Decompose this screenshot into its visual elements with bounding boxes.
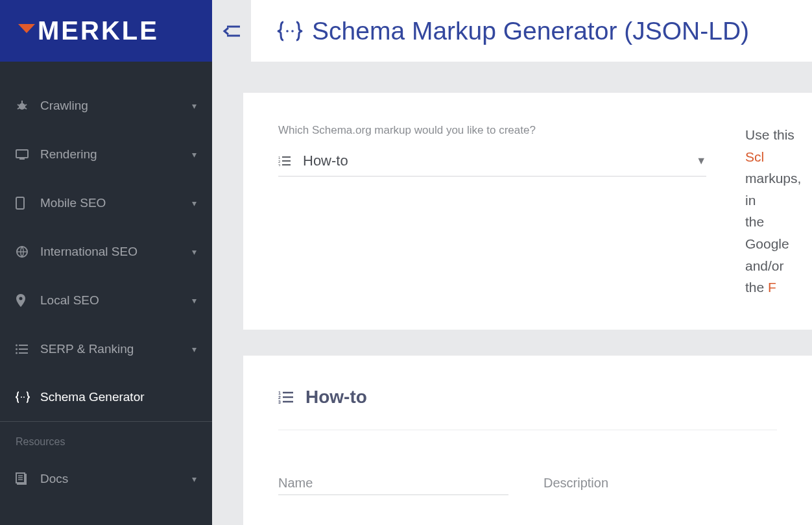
braces-icon xyxy=(16,391,40,403)
form-title: 123 How-to xyxy=(278,387,777,430)
svg-line-7 xyxy=(25,108,27,109)
logo-accent-icon xyxy=(18,24,35,38)
sidebar-item-crawling[interactable]: Crawling ▾ xyxy=(0,81,212,130)
sidebar-nav: Crawling ▾ Rendering ▾ Mobile SEO ▾ Inte… xyxy=(0,62,212,503)
chevron-down-icon: ▾ xyxy=(192,295,197,306)
logo-bar: MERKLE xyxy=(0,0,212,62)
docs-icon xyxy=(16,472,40,485)
svg-text:2: 2 xyxy=(278,395,281,400)
schema-question-label: Which Schema.org markup would you like t… xyxy=(278,124,706,137)
schema-selector-card: Which Schema.org markup would you like t… xyxy=(243,93,812,330)
svg-point-17 xyxy=(16,348,18,350)
sidebar-item-label: Crawling xyxy=(40,99,192,113)
svg-rect-8 xyxy=(16,150,28,158)
sidebar-item-label: International SEO xyxy=(40,245,192,259)
chevron-down-icon: ▾ xyxy=(192,344,197,354)
svg-rect-10 xyxy=(16,197,24,209)
globe-icon xyxy=(16,245,40,258)
page-title: Schema Markup Generator (JSON-LD) xyxy=(277,17,749,45)
chevron-down-icon: ▾ xyxy=(192,247,197,257)
svg-point-29 xyxy=(291,30,294,32)
chevron-down-icon: ▾ xyxy=(192,474,197,484)
sidebar-item-international-seo[interactable]: International SEO ▾ xyxy=(0,227,212,276)
description-field[interactable]: Description xyxy=(543,476,777,495)
sidebar-item-label: Local SEO xyxy=(40,293,192,308)
chevron-down-icon: ▾ xyxy=(192,198,197,208)
list-icon xyxy=(16,344,40,354)
svg-line-6 xyxy=(18,108,19,109)
help-link[interactable]: F xyxy=(768,280,776,295)
sidebar-item-label: Schema Generator xyxy=(40,390,197,404)
sidebar-item-schema-generator[interactable]: Schema Generator xyxy=(0,373,212,422)
sidebar: MERKLE Crawling ▾ Rendering ▾ Mobile SEO… xyxy=(0,0,212,525)
list-icon: 123 xyxy=(278,156,291,166)
monitor-icon xyxy=(16,149,40,160)
chevron-down-icon: ▾ xyxy=(192,101,197,111)
svg-text:1: 1 xyxy=(278,391,281,395)
svg-text:3: 3 xyxy=(278,400,281,404)
main-content: Which Schema.org markup would you like t… xyxy=(212,62,812,525)
svg-text:3: 3 xyxy=(278,164,281,166)
braces-icon xyxy=(277,21,303,42)
pin-icon xyxy=(16,294,40,307)
page-title-text: Schema Markup Generator (JSON-LD) xyxy=(312,17,749,45)
dropdown-arrow-icon: ▼ xyxy=(696,155,706,167)
help-link[interactable]: Scl xyxy=(745,149,764,164)
name-label: Name xyxy=(278,476,508,495)
sidebar-item-label: Rendering xyxy=(40,147,192,162)
sidebar-item-label: Mobile SEO xyxy=(40,196,192,210)
schema-type-select[interactable]: 123 How-to ▼ xyxy=(278,153,706,177)
howto-form-card: 123 How-to Name Description Total time E… xyxy=(243,356,812,525)
svg-point-12 xyxy=(19,297,23,300)
sidebar-item-local-seo[interactable]: Local SEO ▾ xyxy=(0,276,212,324)
sidebar-item-rendering[interactable]: Rendering ▾ xyxy=(0,130,212,178)
svg-point-18 xyxy=(16,352,18,354)
sidebar-item-label: SERP & Ranking xyxy=(40,342,192,356)
sidebar-collapse-button[interactable] xyxy=(212,0,251,62)
name-field[interactable]: Name xyxy=(278,476,508,495)
chevron-down-icon: ▾ xyxy=(192,149,197,160)
header: Schema Markup Generator (JSON-LD) xyxy=(212,0,812,62)
form-title-text: How-to xyxy=(305,387,367,408)
svg-point-20 xyxy=(23,397,25,398)
sidebar-item-serp-ranking[interactable]: SERP & Ranking ▾ xyxy=(0,324,212,373)
svg-line-5 xyxy=(25,104,27,106)
list-icon: 123 xyxy=(278,391,294,404)
bug-icon xyxy=(16,99,40,112)
help-text: Use this Scl markups, in the Google and/… xyxy=(745,124,801,299)
mobile-icon xyxy=(16,197,40,210)
schema-type-value: How-to xyxy=(303,153,696,169)
logo[interactable]: MERKLE xyxy=(18,16,159,45)
svg-point-28 xyxy=(286,30,289,32)
sidebar-item-mobile-seo[interactable]: Mobile SEO ▾ xyxy=(0,178,212,227)
svg-point-2 xyxy=(19,103,25,110)
sidebar-item-docs[interactable]: Docs ▾ xyxy=(0,454,212,503)
svg-line-4 xyxy=(18,104,19,106)
sidebar-item-label: Docs xyxy=(40,472,192,486)
logo-text: MERKLE xyxy=(38,16,159,45)
description-label: Description xyxy=(543,476,777,494)
svg-point-19 xyxy=(21,397,22,398)
svg-point-16 xyxy=(16,344,18,346)
resources-header: Resources xyxy=(0,422,212,454)
